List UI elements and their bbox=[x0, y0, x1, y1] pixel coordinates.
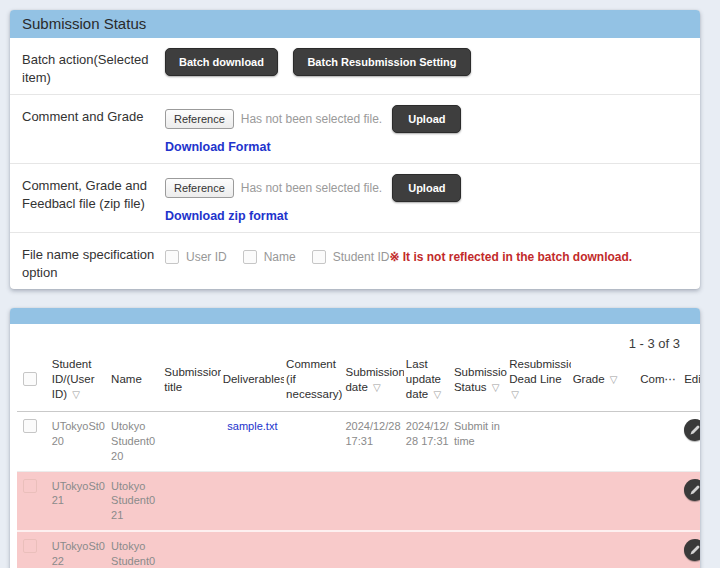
cell-deliverables bbox=[221, 531, 284, 568]
col-name: Name bbox=[109, 353, 162, 411]
cell-comment2 bbox=[638, 412, 682, 472]
cell-comment bbox=[284, 531, 343, 568]
sort-icon[interactable]: ▽ bbox=[433, 389, 441, 400]
table-row: UTokyoSt022 Utokyo Student022 bbox=[17, 531, 700, 568]
sort-icon[interactable]: ▽ bbox=[373, 382, 381, 393]
col-comment: Comment (if necessary) bbox=[284, 353, 343, 411]
pagination-label: 1 - 3 of 3 bbox=[10, 324, 700, 353]
name-checkbox-label: Name bbox=[264, 250, 296, 264]
cell-submission-title bbox=[162, 412, 220, 472]
sort-icon[interactable]: ▽ bbox=[72, 389, 80, 400]
col-submission-date[interactable]: Submission date ▽ bbox=[343, 353, 403, 411]
table-row: UTokyoSt021 Utokyo Student021 bbox=[17, 471, 700, 531]
cell-grade bbox=[571, 471, 639, 531]
cell-submission-title bbox=[162, 471, 220, 531]
submission-status-page: Submission Status Batch action(Selected … bbox=[0, 0, 710, 568]
row-checkbox bbox=[23, 539, 37, 553]
submission-table: Student ID/(User ID) ▽ Name Submission t… bbox=[17, 353, 700, 568]
submission-status-panel: Submission Status Batch action(Selected … bbox=[10, 10, 700, 289]
table-panel-title-bar bbox=[10, 308, 700, 324]
cell-status bbox=[452, 471, 507, 531]
panel-title-bar: Submission Status bbox=[10, 10, 700, 38]
reference-button[interactable]: Reference bbox=[165, 178, 234, 198]
page-title: Submission Status bbox=[22, 15, 146, 32]
cell-last-update: 2024/12/28 17:31 bbox=[404, 412, 452, 472]
comment-grade-label: Comment and Grade bbox=[22, 103, 165, 126]
col-submission-title: Submission title bbox=[162, 353, 220, 411]
student-id-checkbox[interactable] bbox=[312, 250, 326, 264]
col-deliverables: Deliverables bbox=[221, 353, 284, 411]
sort-icon[interactable]: ▽ bbox=[492, 382, 500, 393]
cell-grade bbox=[571, 412, 639, 472]
col-submission-status[interactable]: Submission Status ▽ bbox=[452, 353, 507, 411]
batch-resubmission-setting-button[interactable]: Batch Resubmission Setting bbox=[293, 48, 470, 76]
cell-name: Utokyo Student022 bbox=[109, 531, 162, 568]
cell-comment bbox=[284, 471, 343, 531]
cell-deliverables: sample.txt bbox=[221, 412, 284, 472]
table-row: UTokyoSt020 Utokyo Student020 sample.txt… bbox=[17, 412, 700, 472]
row-checkbox[interactable] bbox=[23, 419, 37, 433]
download-format-link[interactable]: Download Format bbox=[165, 140, 271, 154]
cell-name: Utokyo Student020 bbox=[109, 412, 162, 472]
comment-grade-feedback-label: Comment, Grade and Feedbacl file (zip fi… bbox=[22, 172, 165, 212]
batch-action-label: Batch action(Selected item) bbox=[22, 46, 165, 86]
cell-status bbox=[452, 531, 507, 568]
col-grade[interactable]: Grade ▽ bbox=[571, 353, 639, 411]
cell-comment2 bbox=[638, 531, 682, 568]
col-student-id[interactable]: Student ID/(User ID) ▽ bbox=[50, 353, 109, 411]
row-checkbox bbox=[23, 479, 37, 493]
name-checkbox[interactable] bbox=[243, 250, 257, 264]
cell-submission-date bbox=[343, 531, 403, 568]
cell-student-id: UTokyoSt022 bbox=[50, 531, 109, 568]
cell-last-update bbox=[404, 471, 452, 531]
edit-icon[interactable] bbox=[684, 479, 700, 501]
pencil-icon bbox=[689, 424, 700, 436]
col-last-update[interactable]: Last update date ▽ bbox=[404, 353, 452, 411]
pencil-icon bbox=[689, 544, 700, 556]
sort-icon[interactable]: ▽ bbox=[610, 374, 618, 385]
cell-grade bbox=[571, 531, 639, 568]
select-all-header bbox=[17, 353, 50, 411]
select-all-checkbox[interactable] bbox=[23, 372, 37, 386]
upload-button[interactable]: Upload bbox=[392, 105, 461, 133]
col-edit: Edit bbox=[682, 353, 700, 411]
user-id-checkbox[interactable] bbox=[165, 250, 179, 264]
pencil-icon bbox=[689, 484, 700, 496]
submission-table-panel: 1 - 3 of 3 Student ID/(User ID) ▽ Name S… bbox=[10, 308, 700, 568]
cell-status: Submit in time bbox=[452, 412, 507, 472]
col-resubmission-deadline[interactable]: Resubmission Dead Line ▽ bbox=[507, 353, 570, 411]
file-name-option-row: File name specification option User IDNa… bbox=[10, 233, 700, 289]
upload-button[interactable]: Upload bbox=[392, 174, 461, 202]
cell-resubmission-deadline bbox=[507, 412, 570, 472]
student-id-checkbox-label: Student ID bbox=[333, 250, 390, 264]
cell-deliverables bbox=[221, 471, 284, 531]
comment-grade-row: Comment and Grade Reference Has not been… bbox=[10, 95, 700, 164]
batch-download-note: ※ It is not reflected in the batch downl… bbox=[389, 250, 632, 264]
cell-submission-date: 2024/12/28 17:31 bbox=[343, 412, 403, 472]
user-id-checkbox-label: User ID bbox=[186, 250, 227, 264]
edit-icon[interactable] bbox=[684, 539, 700, 561]
batch-download-button[interactable]: Batch download bbox=[165, 48, 278, 76]
cell-resubmission-deadline bbox=[507, 531, 570, 568]
sort-icon[interactable]: ▽ bbox=[511, 389, 519, 400]
cell-last-update bbox=[404, 531, 452, 568]
edit-icon[interactable] bbox=[684, 419, 700, 441]
cell-submission-date bbox=[343, 471, 403, 531]
col-comment2: Com⋯ bbox=[638, 353, 682, 411]
no-file-text: Has not been selected file. bbox=[241, 112, 382, 126]
cell-comment bbox=[284, 412, 343, 472]
deliverable-file-link[interactable]: sample.txt bbox=[223, 419, 282, 434]
comment-grade-feedback-row: Comment, Grade and Feedbacl file (zip fi… bbox=[10, 164, 700, 233]
batch-action-row: Batch action(Selected item) Batch downlo… bbox=[10, 38, 700, 95]
cell-student-id: UTokyoSt020 bbox=[50, 412, 109, 472]
cell-name: Utokyo Student021 bbox=[109, 471, 162, 531]
download-zip-format-link[interactable]: Download zip format bbox=[165, 209, 288, 223]
no-file-text: Has not been selected file. bbox=[241, 181, 382, 195]
cell-resubmission-deadline bbox=[507, 471, 570, 531]
cell-comment2 bbox=[638, 471, 682, 531]
cell-student-id: UTokyoSt021 bbox=[50, 471, 109, 531]
cell-submission-title bbox=[162, 531, 220, 568]
reference-button[interactable]: Reference bbox=[165, 109, 234, 129]
file-name-option-label: File name specification option bbox=[22, 241, 165, 281]
table-header-row: Student ID/(User ID) ▽ Name Submission t… bbox=[17, 353, 700, 411]
